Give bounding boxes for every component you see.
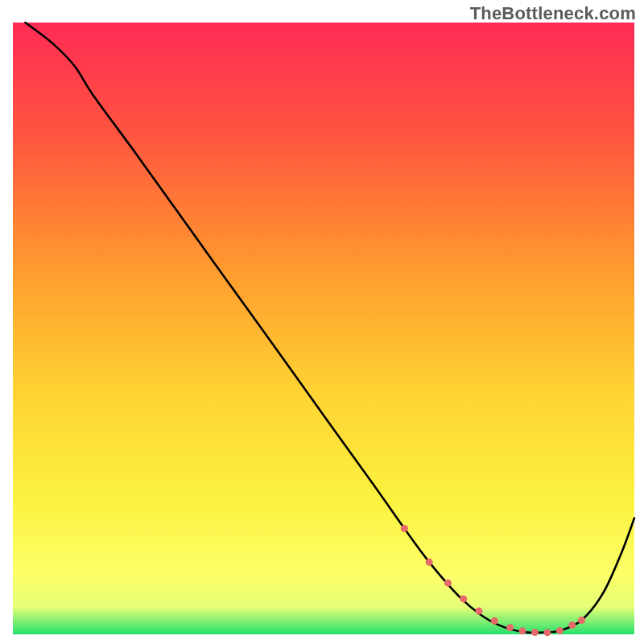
marker-point bbox=[476, 608, 483, 615]
marker-point bbox=[556, 627, 564, 634]
marker-point bbox=[491, 617, 498, 625]
marker-point bbox=[568, 621, 576, 629]
marker-point bbox=[460, 595, 467, 602]
marker-point bbox=[543, 629, 551, 636]
marker-point bbox=[401, 525, 408, 532]
marker-point bbox=[531, 629, 539, 636]
marker-point bbox=[444, 580, 452, 587]
watermark-text: TheBottleneck.com bbox=[470, 3, 636, 24]
marker-point bbox=[426, 559, 433, 566]
marker-point bbox=[519, 627, 526, 634]
chart-container: TheBottleneck.com bbox=[0, 0, 644, 644]
marker-point bbox=[578, 617, 585, 624]
chart-svg bbox=[0, 0, 644, 644]
marker-point bbox=[506, 624, 514, 631]
plot-area bbox=[13, 23, 634, 636]
